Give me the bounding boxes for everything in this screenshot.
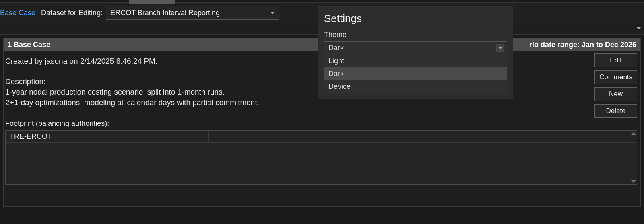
settings-title: Settings	[318, 12, 513, 31]
active-tab-strip[interactable]	[129, 0, 175, 4]
theme-select[interactable]: Dark	[324, 41, 507, 54]
theme-label: Theme	[318, 31, 513, 41]
new-button[interactable]: New	[594, 87, 637, 101]
footprint-cell	[209, 131, 412, 142]
scroll-down-icon[interactable]	[631, 180, 636, 183]
footprint-cell-name: TRE-ERCOT	[6, 131, 209, 142]
delete-button[interactable]: Delete	[594, 104, 637, 118]
chevron-down-icon	[496, 44, 504, 52]
footprint-label: Footprint (balancing authorities):	[5, 119, 637, 128]
chevron-down-icon[interactable]	[637, 27, 641, 29]
comments-button[interactable]: Comments	[594, 70, 637, 84]
theme-options-list: Light Dark Device	[324, 54, 507, 93]
dataset-select-value: ERCOT Branch Interval Reporting	[110, 9, 220, 17]
base-case-link[interactable]: Base Case	[0, 9, 35, 17]
scroll-up-icon[interactable]	[631, 132, 636, 135]
theme-select-value: Dark	[328, 44, 344, 52]
theme-option-dark[interactable]: Dark	[324, 67, 507, 80]
settings-panel: Settings Theme Dark Light Dark Device	[318, 6, 513, 99]
footprint-cell	[412, 131, 637, 142]
table-row[interactable]: TRE-ERCOT	[6, 131, 637, 143]
edit-button[interactable]: Edit	[594, 53, 637, 67]
action-buttons: Edit Comments New Delete	[594, 53, 637, 118]
footprint-grid[interactable]: TRE-ERCOT	[5, 130, 637, 185]
dataset-select[interactable]: ERCOT Branch Interval Reporting	[106, 6, 279, 20]
dataset-label: Dataset for Editing:	[41, 9, 103, 17]
theme-option-device[interactable]: Device	[324, 80, 507, 93]
scenario-date-range: rio date range: Jan to Dec 2026	[529, 41, 636, 49]
chevron-down-icon	[270, 12, 275, 14]
theme-option-light[interactable]: Light	[324, 54, 507, 67]
